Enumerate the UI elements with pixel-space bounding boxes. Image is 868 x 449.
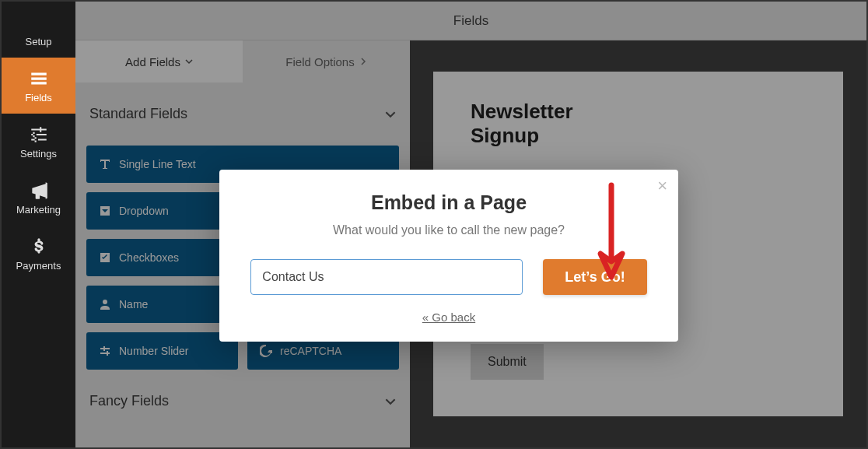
submit-button[interactable]: Submit (471, 344, 544, 380)
go-back-link[interactable]: « Go back (422, 310, 475, 324)
field-number-slider[interactable]: Number Slider (86, 332, 238, 370)
modal-title: Embed in a Page (244, 191, 653, 214)
preview-heading: Newsletter Signup (471, 100, 611, 148)
sidebar-label: Payments (16, 260, 61, 272)
tab-label: Add Fields (125, 55, 180, 68)
section-standard-fields[interactable]: Standard Fields (86, 100, 399, 132)
page-title: Fields (75, 2, 866, 40)
chevron-down-icon (185, 58, 193, 65)
sliders-icon (99, 345, 111, 357)
field-label: Number Slider (119, 345, 188, 357)
tab-label: Field Options (285, 55, 354, 68)
text-icon (99, 158, 111, 170)
modal-subtitle: What would you like to call the new page… (244, 223, 653, 237)
chevron-down-icon (385, 109, 396, 120)
close-icon[interactable]: × (657, 177, 667, 195)
chevron-down-icon (385, 396, 396, 407)
tab-add-fields[interactable]: Add Fields (75, 40, 243, 82)
sidebar: Setup Fields Settings Marketing Payments (2, 2, 75, 447)
sidebar-item-setup[interactable]: Setup (2, 2, 75, 58)
chevron-right-icon (359, 58, 367, 65)
section-label: Standard Fields (89, 106, 187, 122)
sidebar-item-marketing[interactable]: Marketing (2, 170, 75, 226)
tab-field-options[interactable]: Field Options (243, 40, 410, 82)
dollar-icon (29, 237, 49, 257)
caret-square-icon (99, 205, 111, 217)
sliders-icon (29, 125, 49, 145)
section-label: Fancy Fields (89, 393, 169, 409)
lets-go-button[interactable]: Let’s Go! (543, 259, 646, 295)
bullhorn-icon (29, 181, 49, 201)
field-label: Checkboxes (119, 251, 179, 264)
embed-modal: × Embed in a Page What would you like to… (219, 170, 678, 342)
sidebar-label: Setup (26, 36, 52, 47)
google-icon (260, 345, 272, 357)
sidebar-item-fields[interactable]: Fields (2, 58, 75, 114)
sidebar-item-settings[interactable]: Settings (2, 114, 75, 170)
field-label: Single Line Text (119, 158, 196, 170)
field-label: reCAPTCHA (280, 345, 341, 357)
page-name-input[interactable] (250, 259, 523, 295)
check-square-icon (99, 251, 111, 264)
section-fancy-fields[interactable]: Fancy Fields (86, 387, 399, 419)
sidebar-label: Marketing (16, 204, 61, 216)
sidebar-label: Fields (25, 92, 52, 103)
field-label: Dropdown (119, 205, 169, 217)
user-icon (99, 298, 111, 310)
sidebar-item-payments[interactable]: Payments (2, 226, 75, 282)
list-icon (29, 68, 49, 89)
field-label: Name (119, 298, 148, 310)
sidebar-label: Settings (20, 148, 57, 160)
gear-icon (29, 12, 49, 33)
